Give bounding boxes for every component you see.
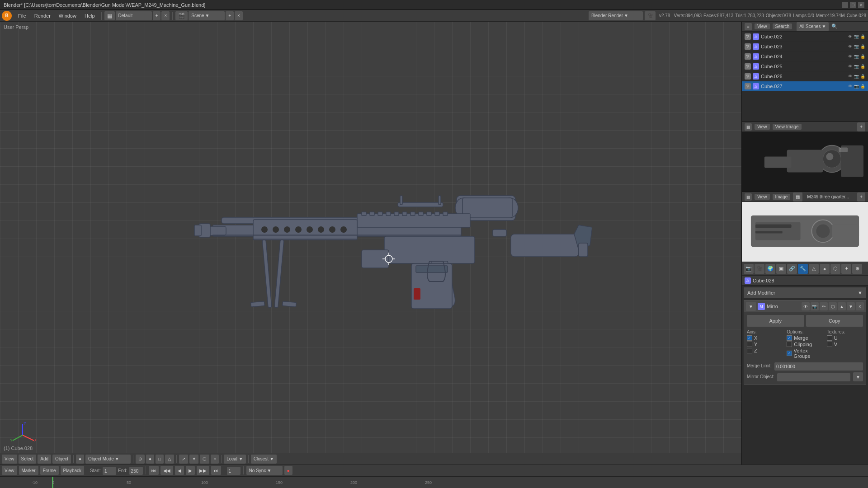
lock-icon-5[interactable]: 🔒 [860,84,865,89]
screen-layout-icon[interactable]: ▦ [104,11,115,20]
modifier-up-btn[interactable]: ▲ [838,302,846,310]
render-icon[interactable]: 🎥 [645,11,656,20]
next-keyframe-btn[interactable]: ▶▶ [197,466,209,475]
tex-v-checkbox[interactable] [827,342,832,347]
outliner-item-0[interactable]: ▽ △ Cube.022 👁 📷 🔒 [742,32,868,42]
eye-icon-3[interactable]: 👁 [847,64,853,69]
play-back-btn[interactable]: ◀ [175,466,184,475]
end-field[interactable]: 250 [129,467,143,475]
add-modifier-button[interactable]: Add Modifier ▼ [744,287,866,298]
image-search-btn[interactable]: View Image [773,124,802,130]
tex-u-checkbox[interactable] [827,335,832,341]
image-type-btn[interactable]: ▦ [793,192,802,202]
modifier-editmode-btn[interactable]: ✏ [820,302,828,310]
outliner-item-5[interactable]: ▽ △ Cube.027 👁 📷 🔒 [742,81,868,91]
search-icon[interactable]: 🔍 [831,23,838,30]
viewport-3d[interactable]: User Persp [0,22,741,465]
apply-button[interactable]: Apply [747,315,804,327]
draw-mode-btn[interactable]: ↗ [179,455,188,464]
minimize-button[interactable]: _ [842,2,848,8]
close-button[interactable]: × [858,2,864,8]
select-menu-btn[interactable]: Select [19,455,37,464]
edge-select-btn[interactable]: □ [156,455,164,464]
timeline-marker-btn[interactable]: Marker [19,466,38,475]
menu-help[interactable]: Help [81,12,99,19]
image-view2-btn[interactable]: View [755,194,770,200]
global-local-btn[interactable]: ⊙ [136,455,145,464]
outliner-item-4[interactable]: ▽ △ Cube.026 👁 📷 🔒 [742,71,868,81]
outliner-item-1[interactable]: ▽ △ Cube.023 👁 📷 🔒 [742,42,868,52]
prev-keyframe-btn[interactable]: ◀◀ [160,466,173,475]
vertex-groups-checkbox[interactable]: ✓ [787,351,792,356]
pivot-dropdown[interactable]: Local ▼ [224,455,246,464]
lock-icon-1[interactable]: 🔒 [860,44,865,49]
prop-texture-btn[interactable]: ⬡ [830,264,840,274]
image-add-btn[interactable]: + [857,122,865,131]
sculpt-btn[interactable]: ✦ [189,455,198,464]
clipping-checkbox[interactable] [787,342,792,347]
modifier-cage-btn[interactable]: ⬡ [829,302,837,310]
lock-icon-3[interactable]: 🔒 [860,64,865,69]
axis-x-checkbox[interactable]: ✓ [747,335,752,341]
timeline-playback-btn[interactable]: Playback [61,466,85,475]
axis-y-checkbox[interactable] [747,342,752,347]
axis-z-checkbox[interactable] [747,348,752,353]
modifier-expand-btn[interactable]: ▼ [746,302,756,311]
mirror-object-field[interactable] [777,373,851,381]
prop-modifier-btn[interactable]: 🔧 [798,264,808,274]
start-field[interactable]: 1 [103,467,116,475]
menu-render[interactable]: Render [31,12,54,19]
prop-scene-btn[interactable]: 📷 [744,264,754,274]
object-mode-dropdown[interactable]: Object Mode ▼ [85,455,131,464]
layout-dropdown[interactable]: Default [116,11,152,20]
face-select-btn[interactable]: △ [165,455,174,464]
scene-type-btn[interactable]: 🎬 [175,11,188,20]
render-icon-3[interactable]: 📷 [854,64,859,69]
prop-world-btn[interactable]: 🌍 [765,264,775,274]
eye-icon-5[interactable]: 👁 [847,84,853,89]
image-add2-btn[interactable]: + [857,192,865,202]
timeline-frame-btn[interactable]: Frame [40,466,59,475]
modifier-delete-btn[interactable]: × [856,302,864,310]
render-icon-0[interactable]: 📷 [854,34,859,39]
merge-checkbox[interactable]: ✓ [787,335,792,341]
weight-btn[interactable]: ○ [211,455,219,464]
sync-mode-dropdown[interactable]: No Sync ▼ [246,466,283,475]
scene-dropdown[interactable]: Scene ▼ [189,11,225,20]
mode-icon[interactable]: ● [76,455,84,464]
copy-button[interactable]: Copy [806,315,863,327]
menu-file[interactable]: File [14,12,30,19]
jump-end-btn[interactable]: ⏭ [211,466,221,475]
modifier-realtime-btn[interactable]: 👁 [802,302,810,310]
modifier-render-btn[interactable]: 📷 [811,302,819,310]
outliner-item-3[interactable]: ▽ △ Cube.025 👁 📷 🔒 [742,61,868,71]
play-btn[interactable]: ▶ [186,466,195,475]
scene-add-btn[interactable]: + [226,11,234,20]
timeline-view-btn[interactable]: View [2,466,17,475]
layout-add-btn[interactable]: + [153,11,161,20]
render-engine-dropdown[interactable]: Blender Render ▼ [589,11,643,20]
jump-start-btn[interactable]: ⏮ [149,466,159,475]
current-frame-field[interactable]: 1 [227,467,241,475]
outliner-view-btn[interactable]: View [755,23,770,29]
render-icon-5[interactable]: 📷 [854,84,859,89]
lock-icon-0[interactable]: 🔒 [860,34,865,39]
outliner-item-2[interactable]: ▽ △ Cube.024 👁 📷 🔒 [742,52,868,61]
image-view-btn[interactable]: View [755,124,770,130]
add-menu-btn[interactable]: Add [38,455,51,464]
outliner-search-btn[interactable]: Search [773,23,793,29]
lock-icon-4[interactable]: 🔒 [860,74,865,79]
scene-remove-btn[interactable]: × [235,11,243,20]
eye-icon-1[interactable]: 👁 [847,44,853,49]
prop-data-btn[interactable]: △ [809,264,819,274]
blender-logo[interactable]: B [2,11,12,21]
merge-limit-field[interactable]: 0.001000 [774,362,863,371]
image-image-btn[interactable]: Image [773,194,791,200]
menu-window[interactable]: Window [55,12,80,19]
prop-physics-btn[interactable]: ⊕ [852,264,862,274]
snap-dropdown[interactable]: Closest ▼ [251,455,277,464]
lock-icon-2[interactable]: 🔒 [860,54,865,59]
eye-icon-4[interactable]: 👁 [847,74,853,79]
mirror-object-expand[interactable]: ▼ [853,372,863,381]
vertex-select-btn[interactable]: ● [146,455,154,464]
